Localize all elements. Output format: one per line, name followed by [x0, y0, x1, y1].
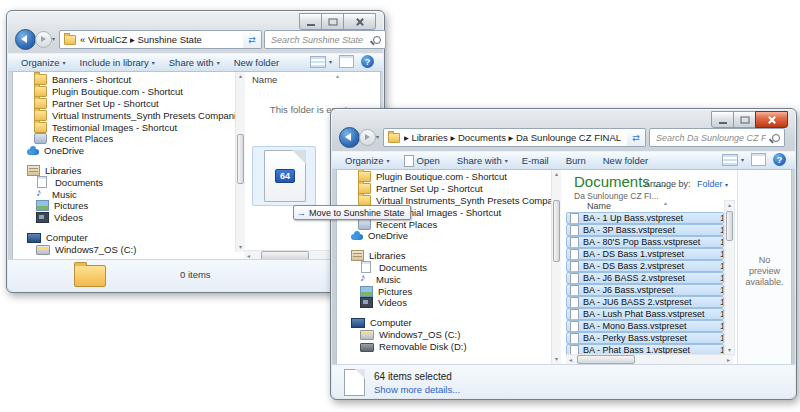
scroll-up-icon[interactable]: ▴: [552, 170, 561, 179]
scroll-left-icon[interactable]: ◂: [244, 252, 253, 259]
file-row[interactable]: BA - 80'S Pop Bass.vstpreset 1: [566, 236, 724, 248]
sidebar-item[interactable]: Documents: [337, 262, 551, 274]
sidebar-item[interactable]: Partner Set Up - Shortcut: [13, 98, 235, 110]
sidebar-item[interactable]: Documents: [13, 176, 235, 188]
sidebar-item[interactable]: [337, 242, 551, 250]
sidebar-scrollbar[interactable]: ▴ ▾: [551, 170, 561, 364]
file-row[interactable]: BA - J6 Bass.vstpreset 1: [566, 284, 724, 296]
minimize-button[interactable]: [299, 13, 322, 30]
maximize-button[interactable]: [733, 111, 756, 128]
search-input[interactable]: [654, 132, 768, 144]
scroll-up-icon[interactable]: ▴: [725, 201, 734, 210]
sidebar-item[interactable]: Plugin Boutique.com - Shortcut: [13, 86, 235, 98]
sidebar-item[interactable]: Libraries: [13, 165, 235, 177]
minimize-button[interactable]: [711, 111, 734, 128]
toolbar-button[interactable]: Open: [397, 153, 450, 169]
toolbar-button[interactable]: New folder: [227, 55, 289, 70]
sidebar-item[interactable]: Videos: [13, 212, 235, 224]
sidebar-item[interactable]: Windows7_OS (C:): [337, 329, 551, 341]
files-scrollbar[interactable]: ▴ ▾: [724, 200, 735, 356]
toolbar-button[interactable]: Organize ▾: [338, 153, 397, 168]
scrollbar-thumb[interactable]: [237, 134, 244, 184]
scrollbar-thumb[interactable]: [553, 200, 560, 262]
file-row[interactable]: BA - J6 BASS 2.vstpreset 1: [566, 272, 724, 284]
search-input[interactable]: [269, 34, 369, 46]
file-icon: [570, 225, 579, 236]
sidebar-item[interactable]: Banners - Shortcut: [13, 74, 235, 86]
file-name: BA - DS Bass 1.vstpreset: [583, 249, 684, 259]
back-button[interactable]: [339, 127, 360, 148]
sidebar-item[interactable]: Computer: [337, 317, 551, 329]
column-header-name[interactable]: Name: [252, 74, 277, 85]
toolbar-button[interactable]: Share with ▾: [450, 153, 515, 168]
file-row[interactable]: BA - DS Bass 2.vstpreset 1: [566, 260, 724, 272]
sidebar-item[interactable]: Music: [337, 273, 551, 285]
close-button[interactable]: [755, 111, 788, 128]
sidebar-item[interactable]: Pictures: [337, 285, 551, 297]
toolbar-button[interactable]: New folder: [596, 153, 658, 168]
breadcrumb[interactable]: ▸ Libraries ▸ Documents ▸ Da Sunlounge C…: [404, 132, 621, 143]
arrange-by-dropdown[interactable]: Folder ▾: [697, 179, 728, 189]
sidebar-item[interactable]: Partner Set Up - Shortcut: [337, 183, 551, 195]
sidebar-item[interactable]: Computer: [13, 232, 235, 244]
toolbar-button[interactable]: Include in library ▾: [73, 55, 162, 70]
close-button[interactable]: [343, 13, 376, 30]
toolbar-button[interactable]: Organize ▾: [14, 55, 73, 70]
file-row[interactable]: BA - Mono Bass.vstpreset 1: [566, 320, 724, 332]
sidebar-item[interactable]: Windows7_OS (C:): [13, 243, 235, 255]
file-row[interactable]: BA - 1 Up Bass.vstpreset 1: [566, 212, 724, 224]
sidebar-item[interactable]: Removable Disk (D:): [337, 340, 551, 352]
toolbar-button[interactable]: Burn: [559, 153, 596, 168]
sidebar-item-label: OneDrive: [368, 230, 408, 241]
show-more-details-link[interactable]: Show more details...: [374, 384, 460, 395]
file-row[interactable]: BA - JU6 BASS 2.vstpreset 1: [566, 296, 724, 308]
toolbar-button-label: Share with: [457, 155, 502, 166]
recent-pages-dropdown-icon[interactable]: ▾: [376, 133, 379, 140]
toolbar-button-label: E-mail: [522, 155, 549, 166]
sidebar-item[interactable]: Recent Places: [13, 133, 235, 145]
file-row[interactable]: BA - Lush Phat Bass.vstpreset 1: [566, 308, 724, 320]
files-horizontal-scrollbar[interactable]: ◂ ▸: [566, 354, 733, 364]
recent-pages-dropdown-icon[interactable]: ▾: [52, 35, 55, 42]
sidebar-item[interactable]: Testimonial Images - Shortcut: [13, 121, 235, 133]
sidebar-item[interactable]: OneDrive: [13, 145, 235, 157]
sidebar-item[interactable]: Music: [13, 188, 235, 200]
toolbar-button[interactable]: E-mail: [515, 153, 559, 168]
sidebar-item[interactable]: Videos: [337, 297, 551, 309]
sidebar-item[interactable]: OneDrive: [337, 230, 551, 242]
scrollbar-thumb[interactable]: [726, 211, 733, 241]
scroll-left-icon[interactable]: ◂: [566, 356, 575, 363]
breadcrumb[interactable]: « VirtualCZ ▸ Sunshine State: [80, 34, 202, 45]
forward-button[interactable]: [35, 31, 52, 48]
refresh-button[interactable]: ⇄: [627, 128, 646, 147]
sidebar-item[interactable]: [13, 157, 235, 165]
address-bar[interactable]: ▸ Libraries ▸ Documents ▸ Da Sunlounge C…: [383, 128, 637, 147]
refresh-button[interactable]: ⇄: [243, 30, 262, 49]
scroll-right-icon[interactable]: ▸: [724, 356, 733, 363]
toolbar-button-icon: [404, 155, 414, 167]
maximize-button[interactable]: [321, 13, 344, 30]
file-row[interactable]: BA - Perky Bass.vstpreset 1: [566, 332, 724, 344]
toolbar-button-label: New folder: [603, 155, 648, 166]
toolbar-button[interactable]: Share with ▾: [162, 55, 227, 70]
sidebar-item[interactable]: Plugin Boutique.com - Shortcut: [337, 171, 551, 183]
sidebar-item[interactable]: Virtual Instruments_Synth Presets Compan…: [13, 109, 235, 121]
column-header-name[interactable]: Name: [587, 201, 611, 211]
chevron-down-icon: ▾: [387, 157, 390, 164]
drag-ghost[interactable]: 64: [252, 146, 316, 206]
file-row[interactable]: BA - 3P Bass.vstpreset 1: [566, 224, 724, 236]
scrollbar-thumb[interactable]: [577, 355, 635, 364]
sidebar-item[interactable]: Libraries: [337, 250, 551, 262]
sidebar-item[interactable]: [337, 309, 551, 317]
preview-pane: No preview available.: [737, 170, 791, 364]
sidebar-item-label: Libraries: [369, 250, 405, 261]
sidebar-item[interactable]: [13, 224, 235, 232]
address-bar[interactable]: « VirtualCZ ▸ Sunshine State ▾: [59, 30, 253, 49]
forward-button[interactable]: [359, 129, 376, 146]
back-button[interactable]: [15, 29, 36, 50]
file-row[interactable]: BA - DS Bass 1.vstpreset 1: [566, 248, 724, 260]
scroll-down-icon[interactable]: ▾: [552, 355, 561, 364]
file-icon: [570, 309, 579, 320]
sidebar-item[interactable]: Pictures: [13, 200, 235, 212]
sort-caret-icon: ▴: [664, 199, 667, 206]
